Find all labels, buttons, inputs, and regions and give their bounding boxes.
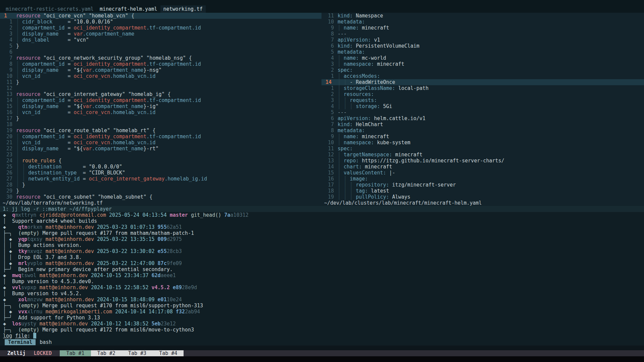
code-line: 1│ accessModes: (321, 73, 644, 79)
buffer-tab-minecraft-helm.yaml[interactable]: minecraft-helm.yaml (97, 5, 160, 13)
line-number: 10 (321, 19, 334, 25)
code-line: 17} (0, 115, 321, 121)
tab-terminal[interactable]: Terminal (5, 339, 36, 345)
log-line: ◆ xolmnzvw matt@einhorn.dev 2024-10-15 1… (0, 297, 644, 303)
current-line-number: 1 (0, 13, 12, 19)
code-line: 3│ display_name = var.compartment_name (0, 31, 321, 37)
code-line: 8metadata: (321, 127, 644, 134)
zellij-Tab-1[interactable]: Tab #1 (60, 350, 91, 356)
code-line: 9│ name: minecraft (321, 134, 644, 140)
jj-log-output: ◆ qmxttryn cjriddz@protonmail.com 2025-0… (0, 212, 644, 333)
code-line: 12 (0, 85, 321, 91)
code-line: 21│ vcn_id = oci_core_vcn.homelab_vcn.id (0, 140, 321, 146)
code-line: 20│ compartment_id = oci_identity_compar… (0, 134, 321, 140)
code-line: 22│ display_name = "${var.compartment_na… (0, 146, 321, 152)
code-line: 3│ │ requests: (321, 97, 644, 103)
line-number: 16 (0, 109, 12, 115)
code-line: 8│ compartment_id = oci_identity_compart… (0, 61, 321, 67)
code-line: 24│ route_rules { (0, 158, 321, 164)
log-line: ├─╯ Begin new primary device after poten… (0, 266, 644, 272)
line-number: 5 (0, 43, 12, 49)
code-line: 15│ display_name = "${var.compartment_na… (0, 103, 321, 109)
line-number: 15 (321, 170, 334, 176)
line-number: 6 (321, 115, 334, 121)
divider (0, 346, 644, 350)
line-number: 17 (321, 182, 334, 188)
line-number: 14 (0, 97, 12, 103)
statusline-networking-tf: ~/dev/lab/terraform/networking.tf (0, 200, 321, 206)
code-line: 7apiVersion: v1 (321, 37, 644, 43)
current-line-number: 14 (321, 79, 334, 85)
code-line: 5--- (321, 109, 644, 115)
code-line: 14│ compartment_id = oci_identity_compar… (0, 97, 321, 103)
line-number: 4 (321, 103, 334, 109)
code-area-networking-tf[interactable]: 1resource "oci_core_vcn" "homelab_vcn" {… (0, 13, 321, 200)
line-number: 28 (0, 182, 12, 188)
helix-bufferline: minecraft-restic-secrets.yamlminecraft-h… (0, 0, 644, 13)
line-number: 10 (0, 73, 12, 79)
code-line: 10│ namespace: kube-system (321, 140, 644, 146)
log-line: ◆ losuysty matt@einhorn.dev 2024-10-12 1… (0, 321, 644, 327)
zellij-Tab-3[interactable]: Tab #3 (122, 350, 153, 356)
editor-splits: 1resource "oci_core_vcn" "homelab_vcn" {… (0, 13, 644, 206)
line-number: 7 (0, 55, 12, 61)
buffer-tab-networking.tf[interactable]: networking.tf (160, 5, 206, 13)
editor-pane-minecraft-helm[interactable]: 11kind: Namespace10metadata:9│ name: min… (321, 13, 644, 206)
log-line: │ │ Drop EOL 3.7 and 3.8. (0, 254, 644, 260)
bottom-margin (0, 356, 644, 362)
code-line: 19│ │ │ pullPolicy: Always (321, 194, 644, 200)
line-number: 2 (321, 91, 334, 97)
line-number: 21 (0, 140, 12, 146)
code-line: 6 (0, 49, 321, 55)
log-line: │ ◆ tkynxvqz matt@einhorn.dev 2025-03-22… (0, 248, 644, 254)
line-number: 7 (321, 37, 334, 43)
code-line: 1resource "oci_core_vcn" "homelab_vcn" { (0, 13, 321, 19)
terminal-pane[interactable]: 1: jj log -r ::master ~/d/ffpyplayer ◆ q… (0, 206, 644, 339)
line-number: 2 (321, 67, 334, 73)
zellij-session: minecraft-restic-secrets.yamlminecraft-h… (0, 0, 644, 362)
line-number: 18 (321, 188, 334, 194)
log-line: │ Bump version to v4.5.2. (0, 291, 644, 297)
code-line: 19resource "oci_core_route_table" "homel… (0, 127, 321, 134)
line-number: 16 (321, 176, 334, 182)
buffer-tab-minecraft-restic-secrets.yaml[interactable]: minecraft-restic-secrets.yaml (3, 5, 97, 13)
line-number: 15 (0, 103, 12, 109)
line-number: 1 (321, 73, 334, 79)
line-number: 3 (0, 31, 12, 37)
terminal-prompt[interactable]: log file: (0, 333, 644, 339)
code-line: 4│ dns_label = "vcn" (0, 37, 321, 43)
editor-pane-networking-tf[interactable]: 1resource "oci_core_vcn" "homelab_vcn" {… (0, 13, 321, 206)
line-number: 19 (0, 127, 12, 134)
line-number: 1 (0, 19, 12, 25)
line-number: 14 (321, 164, 334, 170)
code-area-minecraft-helm[interactable]: 11kind: Namespace10metadata:9│ name: min… (321, 13, 644, 200)
code-line: 18 (0, 121, 321, 127)
statusline-minecraft-helm: ~/dev/lab/clusters/lab/minecraft/minecra… (321, 200, 644, 206)
code-line: 7kind: HelmChart (321, 121, 644, 127)
line-number: 4 (321, 55, 334, 61)
line-number: 9 (321, 134, 334, 140)
code-line: 16│ vcn_id = oci_core_vcn.homelab_vcn.id (0, 109, 321, 115)
code-line: 11} (0, 79, 321, 85)
code-line: 6kind: PersistentVolumeClaim (321, 43, 644, 49)
tab-bash[interactable]: bash (40, 339, 52, 345)
log-line: ◆ qtnorkxn matt@einhorn.dev 2025-03-23 0… (0, 224, 644, 230)
code-line: 2spec: (321, 67, 644, 73)
code-line: 15│ valuesContent: |- (321, 170, 644, 176)
log-line: ├─╮ (empty) Merge pull request #170 from… (0, 303, 644, 309)
line-number: 8 (0, 61, 12, 67)
zellij-Tab-2[interactable]: Tab #2 (91, 350, 122, 356)
code-line: 14│ chart: minecraft (321, 164, 644, 170)
line-number: 3 (321, 97, 334, 103)
zellij-Tab-4[interactable]: Tab #4 (153, 350, 184, 356)
code-line: 1│ cidr_block = "10.0.0.0/16" (0, 19, 321, 25)
log-line: ├─╮ (empty) Merge pull request #172 from… (0, 327, 644, 333)
line-number: 5 (321, 49, 334, 55)
log-line: │ ◆ mrlyvplo matt@einhorn.dev 2025-03-22… (0, 260, 644, 266)
line-number: 22 (0, 146, 12, 152)
line-number: 9 (0, 67, 12, 73)
code-line: 30resource "oci_core_subnet" "homelab_su… (0, 194, 321, 200)
line-number: 23 (0, 152, 12, 158)
line-number: 10 (321, 140, 334, 146)
log-line: ├─╯ Add support for Python 3.13 (0, 315, 644, 321)
